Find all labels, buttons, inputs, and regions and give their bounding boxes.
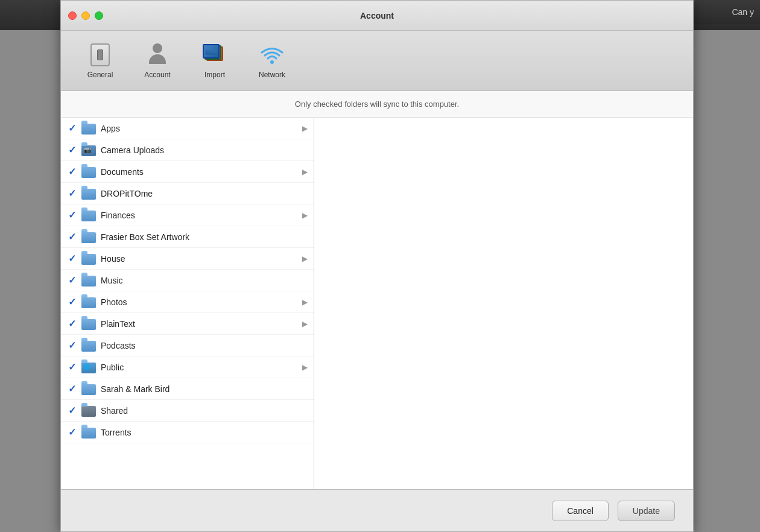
folder-checkbox-public[interactable]: ✓ <box>67 363 77 372</box>
folder-checkbox-sarah[interactable]: ✓ <box>67 384 77 394</box>
folder-name-camera-uploads: Camera Uploads <box>101 145 308 155</box>
folder-item-apps[interactable]: ✓Apps▶ <box>61 118 314 139</box>
folder-checkbox-documents[interactable]: ✓ <box>67 167 77 177</box>
folder-name-music: Music <box>101 276 308 285</box>
folder-name-torrents: Torrents <box>101 428 308 437</box>
folder-icon-apps <box>81 122 96 135</box>
folder-item-finances[interactable]: ✓Finances▶ <box>61 204 314 226</box>
folder-name-dropit: DROPitTOme <box>101 189 308 198</box>
network-label: Network <box>259 71 285 79</box>
check-mark-music: ✓ <box>68 274 76 286</box>
folder-icon-house <box>81 253 96 265</box>
folder-checkbox-dropit[interactable]: ✓ <box>67 189 77 198</box>
folder-name-shared: Shared <box>101 406 308 416</box>
folder-icon-podcasts <box>81 340 96 352</box>
folder-checkbox-torrents[interactable]: ✓ <box>67 428 77 437</box>
folder-name-podcasts: Podcasts <box>101 341 308 350</box>
import-label: Import <box>204 71 225 79</box>
folder-checkbox-plaintext[interactable]: ✓ <box>67 319 77 329</box>
check-mark-sarah: ✓ <box>68 383 76 394</box>
minimize-button[interactable] <box>81 11 90 20</box>
dialog-window: Account General Account <box>60 0 694 532</box>
folder-name-sarah: Sarah & Mark Bird <box>101 384 308 394</box>
folder-icon-music <box>81 274 96 287</box>
folder-checkbox-frasier[interactable]: ✓ <box>67 232 77 242</box>
folder-list: ✓Apps▶✓Camera Uploads✓Documents▶✓DROPitT… <box>61 118 314 489</box>
folder-item-frasier[interactable]: ✓Frasier Box Set Artwork <box>61 226 314 248</box>
right-panel <box>314 118 693 489</box>
general-label: General <box>87 71 113 79</box>
check-mark-house: ✓ <box>68 253 76 264</box>
check-mark-public: ✓ <box>68 361 76 373</box>
folder-item-public[interactable]: ✓Public▶ <box>61 356 314 378</box>
check-mark-podcasts: ✓ <box>68 340 76 351</box>
chevron-right-icon-house: ▶ <box>302 255 308 263</box>
folder-icon-sarah <box>81 383 96 395</box>
maximize-button[interactable] <box>95 11 103 20</box>
check-mark-shared: ✓ <box>68 405 76 416</box>
folder-item-torrents[interactable]: ✓Torrents <box>61 422 314 443</box>
toolbar-item-general[interactable]: General <box>73 37 127 85</box>
chevron-right-icon-plaintext: ▶ <box>302 320 308 328</box>
chevron-right-icon-apps: ▶ <box>302 124 308 133</box>
chevron-right-icon-documents: ▶ <box>302 168 308 176</box>
folder-item-music[interactable]: ✓Music <box>61 270 314 291</box>
toolbar-item-account[interactable]: Account <box>130 37 185 85</box>
folder-item-photos[interactable]: ✓Photos▶ <box>61 291 314 313</box>
folder-name-finances: Finances <box>101 211 302 220</box>
folder-icon-finances <box>81 209 96 221</box>
folder-item-plaintext[interactable]: ✓PlainText▶ <box>61 313 314 335</box>
can-y-text: Can y <box>732 7 754 17</box>
folder-checkbox-music[interactable]: ✓ <box>67 276 77 285</box>
folder-checkbox-apps[interactable]: ✓ <box>67 124 77 133</box>
check-mark-documents: ✓ <box>68 166 76 177</box>
close-button[interactable] <box>68 11 77 20</box>
toolbar-item-network[interactable]: Network <box>245 37 299 85</box>
folder-name-house: House <box>101 254 302 264</box>
chevron-right-icon-public: ▶ <box>302 363 308 372</box>
folder-checkbox-house[interactable]: ✓ <box>67 254 77 264</box>
folder-item-camera-uploads[interactable]: ✓Camera Uploads <box>61 139 314 161</box>
folder-item-podcasts[interactable]: ✓Podcasts <box>61 335 314 356</box>
import-icon <box>203 43 227 67</box>
folder-item-dropit[interactable]: ✓DROPitTOme <box>61 183 314 204</box>
folder-checkbox-camera-uploads[interactable]: ✓ <box>67 145 77 155</box>
check-mark-finances: ✓ <box>68 209 76 221</box>
folder-item-shared[interactable]: ✓Shared <box>61 400 314 422</box>
folder-checkbox-shared[interactable]: ✓ <box>67 406 77 416</box>
chevron-right-icon-finances: ▶ <box>302 211 308 220</box>
check-mark-dropit: ✓ <box>68 188 76 199</box>
account-label: Account <box>144 71 170 79</box>
cancel-button[interactable]: Cancel <box>552 501 609 521</box>
check-mark-torrents: ✓ <box>68 426 76 438</box>
folder-name-photos: Photos <box>101 297 302 307</box>
folder-name-documents: Documents <box>101 167 302 177</box>
title-bar: Account <box>61 1 693 31</box>
folder-icon-camera-uploads <box>81 144 96 156</box>
background-top-right: Can y <box>688 0 760 24</box>
folder-icon-dropit <box>81 188 96 200</box>
folder-checkbox-finances[interactable]: ✓ <box>67 211 77 220</box>
folder-name-public: Public <box>101 363 302 372</box>
toolbar-item-import[interactable]: Import <box>188 37 242 85</box>
update-button[interactable]: Update <box>618 501 675 521</box>
network-icon <box>260 43 284 67</box>
check-mark-apps: ✓ <box>68 122 76 134</box>
folder-checkbox-podcasts[interactable]: ✓ <box>67 341 77 350</box>
folder-checkbox-photos[interactable]: ✓ <box>67 297 77 307</box>
check-mark-frasier: ✓ <box>68 231 76 242</box>
bottom-bar: Cancel Update <box>61 489 693 531</box>
folder-icon-frasier <box>81 231 96 243</box>
general-icon <box>88 43 112 67</box>
folder-list-area: ✓Apps▶✓Camera Uploads✓Documents▶✓DROPitT… <box>61 118 693 489</box>
folder-icon-public <box>81 361 96 373</box>
folder-name-apps: Apps <box>101 124 302 133</box>
check-mark-camera-uploads: ✓ <box>68 144 76 156</box>
folder-item-documents[interactable]: ✓Documents▶ <box>61 161 314 183</box>
folder-item-sarah[interactable]: ✓Sarah & Mark Bird <box>61 378 314 400</box>
chevron-right-icon-photos: ▶ <box>302 298 308 306</box>
check-mark-plaintext: ✓ <box>68 318 76 329</box>
folder-icon-shared <box>81 405 96 417</box>
window-buttons <box>68 11 103 20</box>
folder-item-house[interactable]: ✓House▶ <box>61 248 314 270</box>
